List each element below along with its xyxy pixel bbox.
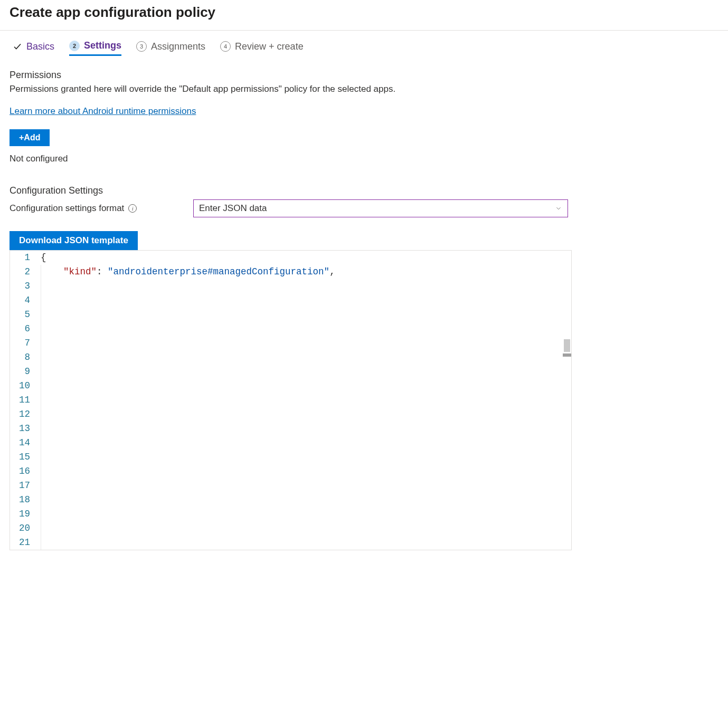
chevron-down-icon (555, 205, 562, 212)
wizard-step-label: Basics (26, 41, 54, 52)
learn-more-link[interactable]: Learn more about Android runtime permiss… (10, 106, 196, 117)
config-format-dropdown[interactable]: Enter JSON data (193, 199, 568, 217)
json-editor[interactable]: 123456789101112131415161718192021 { "kin… (10, 250, 572, 550)
permissions-description: Permissions granted here will override t… (10, 84, 718, 94)
wizard-step-label: Settings (84, 40, 121, 51)
wizard-step-settings[interactable]: 2 Settings (69, 40, 121, 56)
add-permission-button[interactable]: +Add (10, 129, 50, 146)
title-divider (0, 30, 728, 31)
step-number-icon: 2 (69, 41, 80, 51)
wizard-steps: Basics 2 Settings 3 Assignments 4 Review… (10, 40, 718, 56)
wizard-step-review[interactable]: 4 Review + create (220, 41, 304, 55)
config-format-label-text: Configuration settings format (10, 203, 124, 214)
editor-code[interactable]: { "kind": "androidenterprise#managedConf… (37, 251, 571, 550)
wizard-step-assignments[interactable]: 3 Assignments (136, 41, 205, 55)
editor-gutter: 123456789101112131415161718192021 (10, 251, 37, 550)
wizard-step-basics[interactable]: Basics (13, 41, 54, 55)
permissions-heading: Permissions (10, 70, 718, 81)
wizard-step-label: Review + create (235, 41, 304, 52)
permissions-status: Not configured (10, 154, 718, 164)
step-number-icon: 4 (220, 41, 231, 52)
config-settings-heading: Configuration Settings (10, 185, 718, 196)
check-icon (13, 42, 22, 51)
page-title: Create app configuration policy (10, 4, 718, 21)
scrollbar-thumb[interactable] (564, 339, 570, 352)
config-format-label: Configuration settings format i (10, 203, 184, 214)
download-json-button[interactable]: Download JSON template (10, 231, 138, 250)
scrollbar-mark (563, 353, 571, 357)
wizard-step-label: Assignments (151, 41, 205, 52)
info-icon[interactable]: i (128, 204, 137, 213)
dropdown-selected-value: Enter JSON data (199, 203, 267, 214)
step-number-icon: 3 (136, 41, 147, 52)
